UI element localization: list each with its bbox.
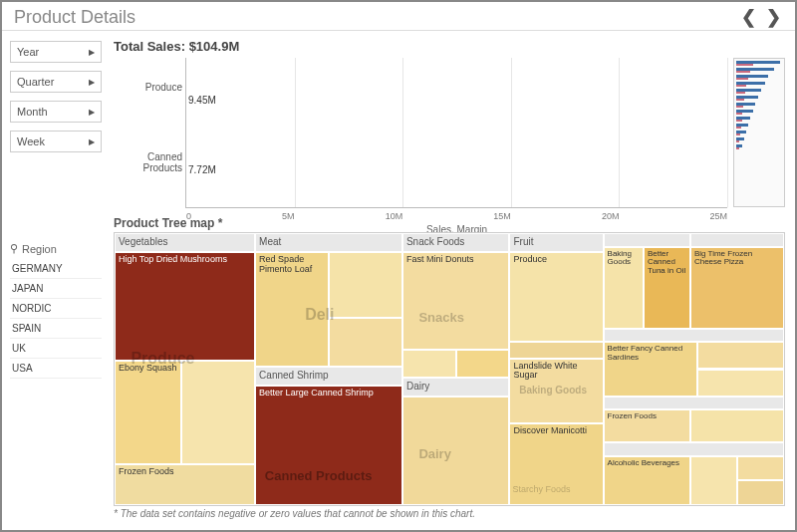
treemap-cell[interactable] xyxy=(737,480,784,505)
filter-month[interactable]: Month▶ xyxy=(10,101,102,123)
treemap-cell[interactable]: High Top Dried Mushrooms xyxy=(115,252,255,361)
filter-week[interactable]: Week▶ xyxy=(10,131,102,152)
treemap-group-header: Fruit xyxy=(509,233,603,252)
treemap-cell[interactable]: Better Canned Tuna in Oil xyxy=(644,247,690,329)
bar-chart-minimap[interactable] xyxy=(733,58,785,207)
treemap-cell[interactable] xyxy=(690,409,784,442)
region-item[interactable]: JAPAN xyxy=(10,279,102,299)
treemap-group-header xyxy=(690,233,784,247)
treemap-group-header: Snack Foods xyxy=(402,233,510,252)
treemap-cell[interactable] xyxy=(402,350,456,377)
treemap-cell[interactable] xyxy=(697,342,784,369)
treemap-cell[interactable] xyxy=(181,361,255,464)
region-item[interactable]: NORDIC xyxy=(10,299,102,319)
treemap-group-header: Canned Shrimp xyxy=(255,367,402,386)
treemap-cell[interactable]: Landslide White Sugar xyxy=(509,359,603,424)
prev-sheet-button[interactable]: ❮ xyxy=(739,6,759,28)
treemap-footnote: * The data set contains negative or zero… xyxy=(114,508,785,519)
treemap-cell[interactable]: Better Large Canned Shrimp xyxy=(255,386,402,505)
next-sheet-button[interactable]: ❯ xyxy=(763,6,783,28)
treemap-group-header xyxy=(604,442,784,456)
region-item[interactable]: UK xyxy=(10,339,102,359)
treemap-cell[interactable] xyxy=(402,397,510,505)
treemap-cell[interactable] xyxy=(329,318,402,367)
treemap-cell[interactable]: Red Spade Pimento Loaf xyxy=(255,252,329,367)
treemap-cell[interactable] xyxy=(697,370,784,397)
treemap-cell[interactable]: Alcoholic Beverages xyxy=(604,456,690,505)
treemap-group-header: Dairy xyxy=(402,378,510,397)
treemap-group-header: Meat xyxy=(255,233,402,252)
treemap-cell[interactable]: Fast Mini Donuts xyxy=(402,252,510,350)
caret-right-icon: ▶ xyxy=(89,108,95,117)
treemap-cell[interactable]: Discover Manicotti xyxy=(509,423,603,505)
region-item[interactable]: SPAIN xyxy=(10,319,102,339)
treemap-cell[interactable] xyxy=(329,252,402,318)
filter-quarter[interactable]: Quarter▶ xyxy=(10,71,102,93)
caret-right-icon: ▶ xyxy=(89,78,95,87)
bar-category: Produce xyxy=(111,82,182,93)
x-axis-ticks: 05M10M15M20M25M xyxy=(186,211,727,221)
treemap-cell[interactable] xyxy=(690,456,737,505)
treemap-cell[interactable] xyxy=(737,456,784,481)
bar-category: Canned Products xyxy=(111,151,182,173)
treemap-group-header xyxy=(604,329,784,343)
treemap-cell[interactable]: Produce xyxy=(509,252,603,342)
treemap-cell[interactable]: Ebony Squash xyxy=(115,361,181,464)
caret-right-icon: ▶ xyxy=(89,137,95,146)
page-title: Product Details xyxy=(14,7,135,28)
treemap-cell[interactable]: Baking Goods xyxy=(604,247,644,329)
treemap-group-header: Vegetables xyxy=(115,233,255,252)
search-icon: ⚲ xyxy=(10,242,18,255)
region-header: ⚲Region xyxy=(10,242,102,255)
region-item[interactable]: USA xyxy=(10,359,102,379)
filter-year[interactable]: Year▶ xyxy=(10,41,102,63)
treemap-group-header xyxy=(604,233,690,247)
region-item[interactable]: GERMANY xyxy=(10,259,102,279)
treemap-cell[interactable] xyxy=(456,350,510,377)
treemap-cell[interactable]: Better Fancy Canned Sardines xyxy=(604,342,697,397)
treemap[interactable]: Vegetables Meat Snack Foods Fruit High T… xyxy=(114,232,785,506)
caret-right-icon: ▶ xyxy=(89,48,95,57)
treemap-cell[interactable]: Frozen Foods xyxy=(115,464,255,505)
bar-chart[interactable]: Produce 24.16M 9.45M Canned Products 20.… xyxy=(185,58,727,208)
total-sales-kpi: Total Sales: $104.9M xyxy=(114,39,785,54)
treemap-cell[interactable]: Frozen Foods xyxy=(604,409,690,442)
treemap-group-header xyxy=(604,397,784,410)
treemap-cell[interactable] xyxy=(509,342,603,358)
treemap-cell[interactable]: Big Time Frozen Cheese Pizza xyxy=(690,247,784,329)
